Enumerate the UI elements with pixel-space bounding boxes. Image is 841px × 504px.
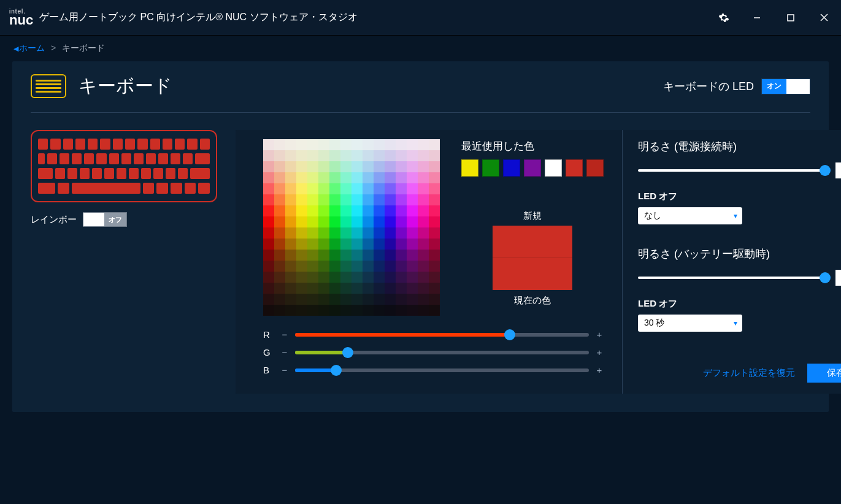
rainbow-toggle[interactable]: オフ xyxy=(83,212,127,227)
recent-color-swatch[interactable] xyxy=(586,159,604,177)
color-picker-column: 最近使用した色 新規 現在の色 R − + xyxy=(236,130,622,394)
recent-color-swatch[interactable] xyxy=(545,159,562,177)
brightness-ac-value[interactable]: 100 xyxy=(835,162,841,178)
current-color-label: 現在の色 xyxy=(461,295,604,307)
chevron-down-icon: ▾ xyxy=(734,319,737,327)
brightness-battery-label: 明るさ (バッテリー駆動時) xyxy=(638,246,841,261)
logo-line2: nuc xyxy=(9,13,33,27)
current-color-swatch xyxy=(493,258,572,290)
toggle-state-label: オフ xyxy=(104,213,126,226)
settings-gear-icon[interactable] xyxy=(710,12,737,23)
new-color-swatch xyxy=(493,226,572,258)
restore-defaults-link[interactable]: デフォルト設定を復元 xyxy=(703,367,795,379)
keyboard-icon xyxy=(31,74,66,98)
rainbow-label: レインボー xyxy=(31,214,77,226)
r-label: R xyxy=(263,329,274,340)
r-minus-button[interactable]: − xyxy=(280,329,289,340)
breadcrumb-back-caret-icon[interactable]: ◀ xyxy=(13,45,18,52)
led-off-battery-value: 30 秒 xyxy=(644,318,664,329)
b-label: B xyxy=(263,365,274,375)
keyboard-led-toggle[interactable]: オン xyxy=(761,78,810,94)
g-minus-button[interactable]: − xyxy=(280,347,289,357)
led-off-ac-value: なし xyxy=(644,210,661,221)
breadcrumb-home-link[interactable]: ホーム xyxy=(19,43,45,53)
b-slider-row: B − + xyxy=(263,365,604,375)
left-column: レインボー オフ xyxy=(31,130,217,394)
recent-color-swatch[interactable] xyxy=(524,159,541,177)
g-label: G xyxy=(263,347,274,357)
brightness-battery-value[interactable]: 100 xyxy=(835,270,841,286)
recent-colors-title: 最近使用した色 xyxy=(461,139,604,153)
led-off-battery-label: LED オフ xyxy=(638,298,841,310)
color-palette-grid[interactable] xyxy=(263,139,440,316)
b-slider[interactable] xyxy=(295,368,589,372)
brightness-ac-label: 明るさ (電源接続時) xyxy=(638,139,841,154)
page-title: キーボード xyxy=(79,74,172,99)
window-minimize-button[interactable] xyxy=(740,0,774,35)
rainbow-toggle-row: レインボー オフ xyxy=(31,212,217,227)
breadcrumb-current: キーボード xyxy=(62,43,105,53)
b-minus-button[interactable]: − xyxy=(280,365,289,375)
led-off-ac-label: LED オフ xyxy=(638,191,841,202)
brightness-ac-slider[interactable] xyxy=(638,169,827,172)
panel-header: キーボード キーボードの LED オン xyxy=(31,74,810,113)
b-plus-button[interactable]: + xyxy=(595,365,604,375)
svg-rect-1 xyxy=(788,15,794,21)
settings-column: 明るさ (電源接続時) 100 LED オフ なし ▾ 明るさ (バッテリー駆動… xyxy=(623,130,841,394)
window-close-button[interactable] xyxy=(807,0,841,35)
g-plus-button[interactable]: + xyxy=(595,347,604,357)
g-slider-row: G − + xyxy=(263,347,604,357)
led-off-battery-select[interactable]: 30 秒 ▾ xyxy=(638,315,742,332)
titlebar: intel. nuc ゲーム用ノートブック PC 向けインテル® NUC ソフト… xyxy=(0,0,841,36)
keyboard-led-label: キーボードの LED xyxy=(663,79,754,94)
r-slider[interactable] xyxy=(295,333,589,337)
g-slider[interactable] xyxy=(295,351,589,354)
main-panel: キーボード キーボードの LED オン レインボー オフ xyxy=(12,61,829,412)
keyboard-led-toggle-group: キーボードの LED オン xyxy=(663,78,810,94)
r-plus-button[interactable]: + xyxy=(595,329,604,340)
recent-color-swatch[interactable] xyxy=(503,159,520,177)
brightness-battery-slider[interactable] xyxy=(638,277,827,279)
recent-color-swatch[interactable] xyxy=(461,159,478,177)
breadcrumb: ◀ホーム > キーボード xyxy=(0,36,841,61)
recent-colors-row xyxy=(461,159,604,177)
keyboard-preview[interactable] xyxy=(31,130,217,202)
intel-nuc-logo: intel. nuc xyxy=(9,9,33,27)
chevron-down-icon: ▾ xyxy=(734,212,737,220)
r-slider-row: R − + xyxy=(263,329,604,340)
led-off-ac-select[interactable]: なし ▾ xyxy=(638,207,742,224)
app-title: ゲーム用ノートブック PC 向けインテル® NUC ソフトウェア・スタジオ xyxy=(39,11,357,24)
toggle-state-label: オン xyxy=(762,79,786,94)
save-button[interactable]: 保存 xyxy=(807,364,841,383)
breadcrumb-sep: > xyxy=(51,43,56,53)
recent-color-swatch[interactable] xyxy=(482,159,499,177)
window-maximize-button[interactable] xyxy=(774,0,807,35)
recent-color-swatch[interactable] xyxy=(566,159,583,177)
new-color-label: 新規 xyxy=(461,210,604,222)
